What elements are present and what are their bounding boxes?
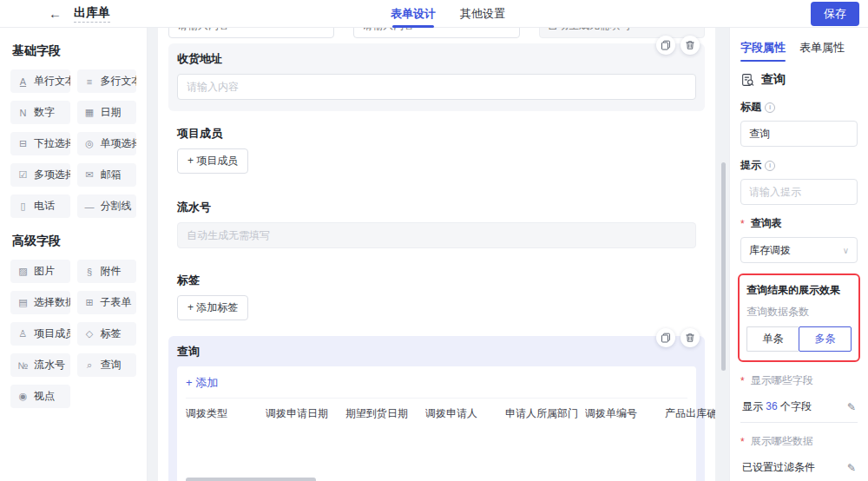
image-icon: ▨ <box>16 266 30 277</box>
basic-fields-heading: 基础字段 <box>12 43 136 59</box>
sidebar-item-serial-number[interactable]: №流水号 <box>10 353 70 377</box>
chip-label: 电话 <box>34 199 55 214</box>
edit-pencil-icon[interactable]: ✎ <box>847 462 856 474</box>
tab-form-design[interactable]: 表单设计 <box>391 0 436 28</box>
field-type-name: 查询 <box>761 72 786 88</box>
add-project-member-button[interactable]: + 项目成员 <box>177 148 248 174</box>
duplicate-field-button[interactable] <box>656 36 675 55</box>
tab-field-properties[interactable]: 字段属性 <box>740 35 786 62</box>
option-multiple-records[interactable]: 多条 <box>799 326 852 352</box>
delete-field-button[interactable] <box>681 328 700 347</box>
basic-fields-grid: A单行文本 ≡多行文本 N数字 ▦日期 ⊟下拉选择 ◎单项选择 ☑多项选择 ✉邮… <box>10 69 136 218</box>
duplicate-field-button[interactable] <box>656 328 675 347</box>
sidebar-item-select-data[interactable]: ▤选择数据 <box>10 291 70 314</box>
sidebar-item-multi-select[interactable]: ☑多项选择 <box>10 163 70 187</box>
shipping-address-input[interactable] <box>177 74 696 100</box>
query-table-value: 库存调拨 <box>749 243 791 258</box>
top-bar: ← 出库单 表单设计 其他设置 保存 <box>0 0 868 28</box>
sidebar-item-email[interactable]: ✉邮箱 <box>77 163 137 187</box>
result-count-label: 查询数据条数 <box>746 305 852 320</box>
query-add-link[interactable]: + 添加 <box>186 375 218 391</box>
query-col-outbound-confirm: 产品出库确认 <box>665 399 715 429</box>
sidebar-item-dropdown-select[interactable]: ⊟下拉选择 <box>10 132 70 155</box>
info-icon: i <box>765 102 775 113</box>
sidebar-item-phone[interactable]: ▯电话 <box>10 194 70 218</box>
query-col-applicant: 调拨申请人 <box>425 399 505 429</box>
chevron-down-icon: ∨ <box>843 246 849 255</box>
copy-icon <box>661 333 671 343</box>
sidebar-item-attachment[interactable]: §附件 <box>77 260 137 283</box>
chip-label: 选择数据 <box>34 295 70 310</box>
query-result-table: + 添加 调拨类型 调拨申请日期 期望到货日期 调拨申请人 申请人所属部门 调拨… <box>177 366 696 481</box>
sidebar-item-tag[interactable]: ◇标签 <box>77 322 137 346</box>
dropdown-icon: ⊟ <box>16 138 30 149</box>
sidebar-item-multi-line-text[interactable]: ≡多行文本 <box>77 69 137 93</box>
save-button[interactable]: 保存 <box>811 2 859 26</box>
clipped-input-1[interactable] <box>168 28 334 38</box>
delete-field-button[interactable] <box>681 36 700 55</box>
chip-label: 附件 <box>101 264 122 279</box>
title-input[interactable] <box>740 121 858 147</box>
chip-label: 日期 <box>101 105 122 120</box>
tab-form-properties[interactable]: 表单属性 <box>799 35 845 62</box>
query-col-apply-date: 调拨申请日期 <box>266 399 345 429</box>
hint-input[interactable] <box>740 179 858 205</box>
hint-label: 提示i <box>740 158 858 173</box>
chip-label: 查询 <box>101 358 122 372</box>
person-icon: ♙ <box>16 328 30 339</box>
checkbox-icon: ☑ <box>16 169 30 181</box>
field-label: 流水号 <box>177 200 696 215</box>
chip-label: 数字 <box>34 105 55 120</box>
database-icon: ▤ <box>16 297 30 308</box>
form-title[interactable]: 出库单 <box>74 5 110 23</box>
single-line-text-icon: A <box>16 76 30 87</box>
sidebar-item-query[interactable]: ⌕查询 <box>77 353 137 377</box>
back-arrow-icon[interactable]: ← <box>49 6 62 21</box>
sidebar-item-number[interactable]: N数字 <box>10 101 70 124</box>
query-table-select[interactable]: 库存调拨 ∨ <box>740 237 858 263</box>
serial-number-icon: № <box>16 360 30 371</box>
advanced-fields-heading: 高级字段 <box>12 234 136 249</box>
chip-label: 图片 <box>34 264 55 279</box>
display-fields-label: *显示哪些字段 <box>740 373 858 388</box>
advanced-fields-grid: ▨图片 §附件 ▤选择数据 ⊞子表单 ♙项目成员 ◇标签 №流水号 ⌕查询 ◉视… <box>10 260 136 408</box>
sidebar-item-viewpoint[interactable]: ◉视点 <box>10 385 70 408</box>
sidebar-item-image[interactable]: ▨图片 <box>10 260 70 283</box>
field-label: 收货地址 <box>177 51 696 67</box>
tab-other-settings[interactable]: 其他设置 <box>460 0 505 28</box>
field-actions <box>656 328 700 347</box>
edit-pencil-icon[interactable]: ✎ <box>847 401 856 413</box>
field-library-sidebar: 基础字段 A单行文本 ≡多行文本 N数字 ▦日期 ⊟下拉选择 ◎单项选择 ☑多项… <box>0 28 148 481</box>
info-icon: i <box>765 161 775 171</box>
divider-icon: — <box>83 201 96 212</box>
option-single-record[interactable]: 单条 <box>746 326 799 352</box>
clipped-field-row <box>168 28 705 38</box>
chip-label: 下拉选择 <box>34 136 70 151</box>
field-serial-number[interactable]: 流水号 <box>168 192 705 260</box>
trash-icon <box>685 40 695 50</box>
sidebar-item-divider[interactable]: —分割线 <box>77 194 137 218</box>
canvas-vertical-scrollbar[interactable] <box>721 162 726 371</box>
sidebar-item-project-member[interactable]: ♙项目成员 <box>10 322 70 346</box>
field-shipping-address[interactable]: 收货地址 <box>168 43 705 111</box>
top-tabs: 表单设计 其他设置 <box>391 0 505 28</box>
sidebar-item-single-select[interactable]: ◎单项选择 <box>77 132 137 155</box>
panel-tabs: 字段属性 表单属性 <box>740 35 858 62</box>
query-col-order-no: 调拨单编号 <box>585 399 665 429</box>
display-fields-row: 显示 36 个字段 ✎ <box>740 394 858 423</box>
clipped-input-2[interactable] <box>353 28 519 38</box>
field-project-members[interactable]: 项目成员 + 项目成员 <box>168 118 705 185</box>
field-label: 查询 <box>177 344 696 359</box>
field-query-selected[interactable]: 查询 + 添加 调拨类型 调拨申请日期 期望到货日期 调拨申请人 申请人所属部门… <box>168 336 705 481</box>
sidebar-item-single-line-text[interactable]: A单行文本 <box>10 69 70 93</box>
add-tag-button[interactable]: + 添加标签 <box>177 295 248 320</box>
sidebar-item-date[interactable]: ▦日期 <box>77 101 137 124</box>
chip-label: 多行文本 <box>101 74 137 89</box>
query-col-transfer-type: 调拨类型 <box>186 399 266 429</box>
field-tags[interactable]: 标签 + 添加标签 <box>168 265 705 327</box>
envelope-icon: ✉ <box>83 169 96 181</box>
sidebar-item-subform[interactable]: ⊞子表单 <box>77 291 137 314</box>
number-icon: N <box>16 108 30 118</box>
display-data-label: *展示哪些数据 <box>740 434 858 449</box>
query-horizontal-scrollbar[interactable] <box>186 478 687 481</box>
